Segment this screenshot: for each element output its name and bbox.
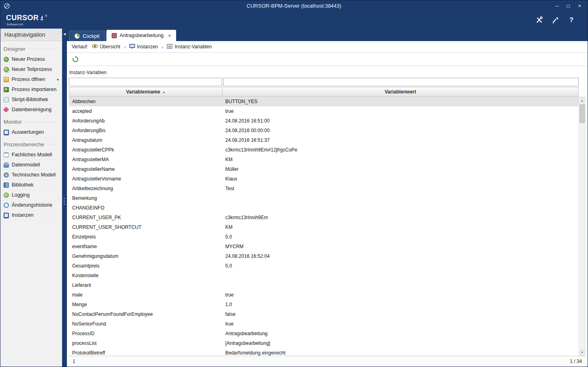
chevron-right-icon: › [124,44,125,50]
sidebar-item-datenbereinigung[interactable]: Datenbereinigung [0,105,62,115]
sidebar-item-instanzen[interactable]: Instanzen [0,210,62,220]
sidebar-section-prozessbereiche: Prozessbereiche [0,139,62,150]
table-row[interactable]: male true [69,290,579,300]
splitter-grip-icon [64,198,65,205]
variable-name-cell: AntragsstellerName [69,166,222,172]
table-row[interactable]: eventName MYCRM [69,242,579,251]
close-button[interactable]: × [575,2,584,10]
collapse-sidebar-icon[interactable]: ◀ [62,29,67,36]
sidebar-item-skript-bibliothek[interactable]: Skript-Bibliothek [0,95,62,105]
variable-value-cell: Antragsbearbeitung [222,331,579,336]
table-row[interactable]: Antragsdatum 24.08.2016 16:51:37 [69,135,579,145]
variable-value-cell: Klaus [222,176,579,182]
toolbar [67,53,588,66]
technical-model-icon [4,172,9,178]
table-row[interactable]: accepted true [69,106,579,116]
sidebar-item-datenmodell[interactable]: Datenmodell [0,160,62,170]
titlebar[interactable]: CURSOR-BPM-Server (localhost:38443) – □ … [0,0,588,11]
script-library-icon [4,97,9,102]
table-row[interactable]: Lieferant [69,280,579,290]
import-process-icon [4,87,9,92]
sidebar-item-prozess-oeffnen[interactable]: Prozess öffnen ▾ [0,75,62,85]
sidebar-item-fachliches-modell[interactable]: Fachliches Modell [0,150,62,160]
table-row[interactable]: AntragsstellerMA KM [69,155,579,164]
tab-antragsbearbeitung[interactable]: Antragsbearbeitung × [106,30,177,41]
table-row[interactable]: AntragsstellerCPPk c3krmc13rlnnih9Em#12j… [69,145,579,155]
instances-monitor-icon [129,44,135,50]
table-row[interactable]: Kostenstelle [69,271,579,280]
table-row[interactable]: CURRENT_USER_SHORTCUT KM [69,222,579,232]
table-row[interactable]: Artikelbezeichnung Test [69,184,579,193]
table-row[interactable]: Abbrechen BUTTON_YES [69,97,579,106]
table-row[interactable]: Genehmigungsdatum 24.08.2016 16:52:04 [69,251,579,261]
table-row[interactable]: Bemerkung [69,193,579,203]
breadcrumb-instanzen[interactable]: Instanzen [129,44,158,50]
variables-icon [167,44,172,50]
variable-value-cell: Bedarfsmeldung eingereicht [222,350,579,356]
table-row[interactable]: AntragsstellerName Müller [69,164,579,174]
table-row[interactable]: ProtokollBetreff Bedarfsmeldung eingerei… [69,348,579,356]
sidebar-item-aenderungshistorie[interactable]: Änderungshistorie [0,200,62,210]
variable-value-cell: 24.08.2016 16:51:37 [222,137,579,143]
variable-name-cell: AntragsstellerMA [69,157,222,162]
table-row[interactable]: Einzelpreis 5.0 [69,232,579,242]
breadcrumb-uebersicht[interactable]: Übersicht [92,44,121,50]
filter-variablenname-input[interactable] [69,78,222,86]
variable-name-cell: Menge [69,302,222,307]
table-row[interactable]: NoContactPersonFoundForEmployee false [69,309,579,319]
variable-name-cell: CURRENT_USER_SHORTCUT [69,224,222,230]
vertical-scrollbar[interactable]: ▲ ▼ [579,97,586,356]
open-process-icon [4,77,9,82]
table-row[interactable]: CURRENT_USER_PK c3krmc13rlnnih9Em [69,213,579,222]
dropdown-arrow-icon[interactable]: ▾ [57,77,59,82]
variable-value-cell: BUTTON_YES [222,99,579,104]
sidebar-item-prozess-importieren[interactable]: Prozess importieren [0,85,62,95]
scroll-up-icon[interactable]: ▲ [579,97,585,104]
scroll-down-icon[interactable]: ▼ [579,349,585,355]
scrollbar-thumb[interactable] [580,104,585,123]
table-row[interactable]: AnforderungAb 24.08.2016 16:51:00 [69,116,579,126]
sidebar-item-neuer-teilprozess[interactable]: Neuer Teilprozess [0,64,62,75]
table-row[interactable]: Gesamtpreis 5.0 [69,261,579,271]
table-row[interactable]: processList [Antragsbearbeitung] [69,338,579,348]
column-header-variablenname[interactable]: Variablenname ▲ [69,87,222,97]
minimize-button[interactable]: – [552,2,562,10]
tools-icon[interactable] [535,16,543,24]
sidebar-item-bibliothek[interactable]: Bibliothek [0,180,62,190]
table-row[interactable]: ProcessID Antragsbearbeitung [69,329,579,338]
filter-variablenwert-input[interactable] [223,78,579,86]
sidebar-item-neuer-prozess[interactable]: Neuer Prozess [0,54,62,64]
help-icon[interactable]: ? [567,16,576,24]
sidebar-item-technisches-modell[interactable]: Technisches Modell [0,170,62,180]
variable-name-cell: Einzelpreis [69,234,222,240]
sidebar-splitter[interactable]: ◀ [62,29,67,367]
table-row[interactable]: Menge 1.0 [69,300,579,309]
column-header-variablenwert[interactable]: Variablenwert [222,87,579,97]
tab-close-icon[interactable]: × [168,33,171,38]
variable-name-cell: AnforderungBis [69,128,222,133]
new-process-icon [4,57,9,62]
sidebar-section-monitor: Monitor [0,116,62,127]
chevron-right-icon: › [162,44,163,50]
variable-name-cell: Abbrechen [69,99,222,104]
variable-name-cell: Genehmigungsdatum [69,253,222,259]
sidebar-item-auswertungen[interactable]: Auswertungen [0,127,62,137]
variable-value-cell: c3krmc13rlnnih9Em [222,215,579,220]
table-row[interactable]: AnforderungBis 24.08.2016 00:00:00 [69,126,579,135]
variable-value-cell: 24.08.2016 00:00:00 [222,128,579,133]
variable-name-cell: AnforderungAb [69,118,222,124]
refresh-icon[interactable] [71,55,79,63]
breadcrumb-instanz-variablen[interactable]: Instanz-Variablen [167,44,212,50]
table-row[interactable]: CHANGEINFO [69,203,579,213]
deploy-wrench-icon[interactable] [551,16,559,24]
variable-value-cell: true [222,292,579,298]
table-row[interactable]: AntragsstellerVorname Klaus [69,174,579,184]
variable-value-cell: true [222,108,579,114]
table-row[interactable]: NoSeniorFound true [69,319,579,329]
maximize-button[interactable]: □ [563,2,573,10]
variable-value-cell: c3krmc13rlnnih9Em#12jfrgcCoPe [222,147,579,153]
registered-mark: ® [45,15,47,17]
sidebar-item-logging[interactable]: Logging [0,190,62,200]
tab-cockpit[interactable]: Cockpit [69,31,105,41]
business-model-icon [4,152,9,158]
